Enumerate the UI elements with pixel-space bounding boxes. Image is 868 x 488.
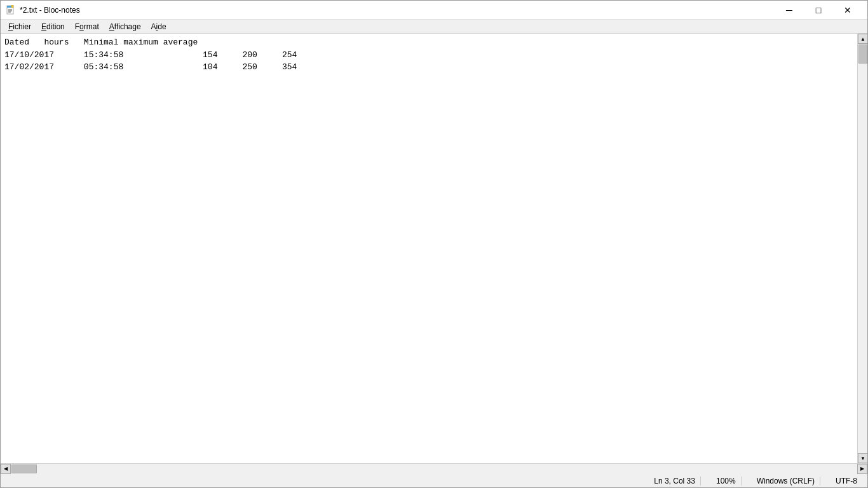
window-controls: ─ □ ✕ xyxy=(775,1,862,20)
scroll-down-button[interactable]: ▼ xyxy=(858,453,867,463)
scroll-thumb-vertical[interactable] xyxy=(858,44,867,64)
scroll-right-button[interactable]: ▶ xyxy=(857,464,867,474)
line-ending: Windows (CRLF) xyxy=(752,477,820,485)
status-bar-right: Ln 3, Col 33 100% Windows (CRLF) UTF-8 xyxy=(649,477,862,485)
menu-fichier[interactable]: Fichier xyxy=(3,20,36,33)
title-bar: *2.txt - Bloc-notes ─ □ ✕ xyxy=(1,1,867,20)
menu-affichage[interactable]: Affichage xyxy=(104,20,146,33)
menu-edition[interactable]: Edition xyxy=(36,20,70,33)
scroll-up-button[interactable]: ▲ xyxy=(858,34,867,44)
app-icon xyxy=(6,5,16,15)
text-editor[interactable]: Dated hours Minimal maximum average 17/1… xyxy=(1,34,857,463)
menu-format[interactable]: Format xyxy=(70,20,104,33)
main-window: *2.txt - Bloc-notes ─ □ ✕ Fichier Editio… xyxy=(0,0,868,488)
scroll-thumb-horizontal[interactable] xyxy=(11,464,37,473)
horizontal-scrollbar[interactable]: ◀ ▶ xyxy=(1,463,867,473)
maximize-button[interactable]: □ xyxy=(804,1,833,20)
vertical-scrollbar[interactable]: ▲ ▼ xyxy=(857,34,867,463)
minimize-button[interactable]: ─ xyxy=(775,1,804,20)
editor-area: Dated hours Minimal maximum average 17/1… xyxy=(1,34,867,463)
svg-rect-5 xyxy=(11,5,13,8)
window-title: *2.txt - Bloc-notes xyxy=(20,6,80,15)
menu-aide[interactable]: Aide xyxy=(146,20,172,33)
scroll-left-button[interactable]: ◀ xyxy=(1,464,11,474)
close-button[interactable]: ✕ xyxy=(833,1,862,20)
encoding: UTF-8 xyxy=(831,477,862,485)
bottom-area: ◀ ▶ Ln 3, Col 33 100% Windows (CRLF) xyxy=(1,463,867,487)
cursor-position: Ln 3, Col 33 xyxy=(649,477,701,485)
menu-bar: Fichier Edition Format Affichage Aide xyxy=(1,20,867,34)
scroll-track-horizontal[interactable] xyxy=(11,464,857,474)
status-bar: Ln 3, Col 33 100% Windows (CRLF) UTF-8 xyxy=(1,473,867,487)
title-bar-left: *2.txt - Bloc-notes xyxy=(6,5,80,15)
zoom-level: 100% xyxy=(711,477,742,485)
scroll-track-vertical[interactable] xyxy=(858,44,867,453)
